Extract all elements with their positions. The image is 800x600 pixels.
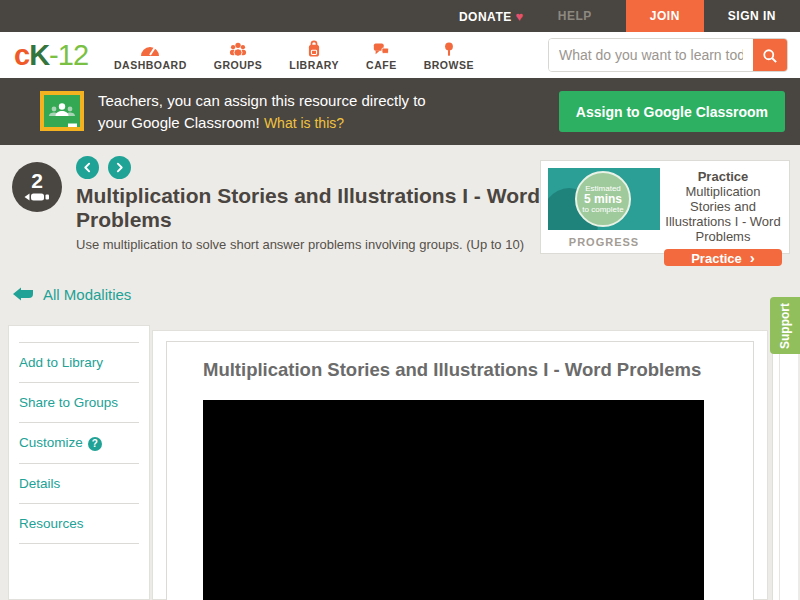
library-backpack-icon [302,40,326,57]
logo-k: K [29,39,49,71]
banner-line1: Teachers, you can assign this resource d… [98,92,426,109]
previous-lesson-button[interactable] [76,156,99,179]
what-is-this-link[interactable]: What is this? [264,115,344,131]
donate-label: DONATE [459,10,512,24]
arrow-right-icon: › [750,249,755,266]
content-panel: Multiplication Stories and Illustrations… [152,330,768,600]
ck12-logo[interactable]: cK-12 [14,39,88,72]
donate-link[interactable]: DONATE ♥ [459,9,524,24]
scroll-track[interactable] [772,330,798,600]
support-tab[interactable]: Support [770,297,800,354]
search-box [548,38,788,72]
help-question-icon[interactable]: ? [88,437,102,451]
lesson-number-badge: 2 [12,162,62,212]
banner-message: Teachers, you can assign this resource d… [98,90,426,134]
nav-label: LIBRARY [289,59,339,71]
search-input[interactable] [549,39,753,71]
heart-icon: ♥ [516,9,524,24]
banner-line2: your Google Classroom! [98,114,260,131]
join-button[interactable]: JOIN [626,0,704,32]
sidebar-item-details[interactable]: Details [19,464,139,504]
chevron-left-icon [82,162,93,173]
video-player[interactable] [203,400,704,600]
back-arrow-icon [11,287,35,303]
lesson-title: Multiplication Stories and Illustrations… [76,184,556,232]
nav-item-library[interactable]: LIBRARY [289,40,339,71]
sign-in-button[interactable]: SIGN IN [704,9,800,23]
estimated-time-badge: Estimated 5 mins to complete [575,171,631,227]
browse-pin-icon [437,40,461,57]
sidebar-item-resources[interactable]: Resources [19,504,139,544]
dashboard-gauge-icon [138,40,162,57]
sidebar-item-add-to-library[interactable]: Add to Library [19,342,139,383]
nav-label: GROUPS [214,59,263,71]
next-lesson-button[interactable] [108,156,131,179]
pencil-icon [23,191,51,203]
logo-c: c [14,39,29,71]
main-navbar: cK-12 DASHBOARD GROUPS [0,32,800,78]
practice-button-label: Practice [691,251,742,266]
practice-thumbnail: Estimated 5 mins to complete [548,168,660,230]
lesson-sidebar: Add to Library Share to Groups Customize… [8,325,150,600]
customize-label: Customize [19,435,83,450]
nav-item-cafe[interactable]: CAFE [366,40,397,71]
cafe-chat-icon [369,40,393,57]
lesson-header: 2 Multiplication Storie [0,145,800,257]
content-title: Multiplication Stories and Illustrations… [203,359,753,381]
google-classroom-icon [40,91,84,131]
practice-description: Practice Multiplication Stories and Illu… [664,169,782,244]
nav-label: CAFE [366,59,397,71]
sidebar-item-customize[interactable]: Customize? [19,423,139,464]
estimate-line3: to complete [577,205,629,214]
all-modalities-link[interactable]: All Modalities [11,286,131,303]
all-modalities-label: All Modalities [43,286,131,303]
sidebar-item-share-to-groups[interactable]: Share to Groups [19,383,139,423]
help-link[interactable]: HELP [558,9,592,23]
progress-label: PROGRESS [548,236,660,248]
lesson-number: 2 [31,171,43,191]
logo-suffix: -12 [49,39,88,71]
estimate-line2: 5 mins [577,193,629,205]
search-button[interactable] [753,39,787,72]
practice-card: Estimated 5 mins to complete PROGRESS Pr… [540,160,790,254]
support-tab-label: Support [778,303,792,349]
nav-item-dashboard[interactable]: DASHBOARD [114,40,187,71]
nav-label: BROWSE [424,59,474,71]
nav-item-groups[interactable]: GROUPS [214,40,263,71]
top-utility-bar: DONATE ♥ HELP JOIN SIGN IN [0,0,800,32]
lesson-subtitle: Use multiplication to solve short answer… [76,237,556,252]
assign-to-google-classroom-button[interactable]: Assign to Google Classroom [559,91,785,132]
practice-button[interactable]: Practice› [664,249,782,266]
groups-people-icon [226,40,250,57]
google-classroom-banner: Teachers, you can assign this resource d… [0,78,800,145]
nav-label: DASHBOARD [114,59,187,71]
scroll-track-line [779,330,780,600]
practice-lead: Practice [698,169,749,184]
practice-description-text: Multiplication Stories and Illustrations… [665,184,780,244]
chevron-right-icon [114,162,125,173]
nav-item-browse[interactable]: BROWSE [424,40,474,71]
search-icon [761,47,779,65]
content-inner-panel: Multiplication Stories and Illustrations… [166,341,754,600]
